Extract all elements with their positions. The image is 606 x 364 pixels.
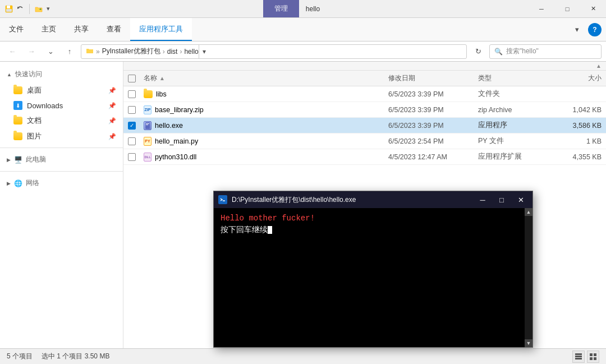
status-bar: 5 个项目 选中 1 个项目 3.50 MB bbox=[0, 348, 606, 364]
svg-rect-7 bbox=[146, 125, 148, 125]
file-row-libs[interactable]: libs 6/5/2023 3:39 PM 文件夹 bbox=[123, 86, 606, 102]
details-view-button[interactable] bbox=[572, 351, 585, 363]
filename-base-library: base_library.zip bbox=[155, 106, 204, 114]
tile-view-button[interactable] bbox=[587, 351, 599, 363]
size-hello-main: 1 KB bbox=[545, 137, 602, 145]
filename-hello-main: hello_main.py bbox=[155, 137, 198, 145]
sidebar-item-pictures[interactable]: 图片 📌 bbox=[0, 128, 123, 144]
path-segment-hello[interactable]: hello bbox=[184, 48, 198, 56]
file-row-hello-exe[interactable]: ✓ hello.exe 6/5/2023 3:39 PM 应用程序 3,586 … bbox=[123, 118, 606, 133]
sidebar-desktop-label: 桌面 bbox=[27, 85, 42, 95]
file-row-base-library[interactable]: ZIP base_library.zip 6/5/2023 3:39 PM zi… bbox=[123, 102, 606, 118]
forward-button[interactable]: → bbox=[24, 44, 39, 59]
minimize-button[interactable]: ─ bbox=[529, 0, 554, 18]
address-dropdown-button[interactable]: ▾ bbox=[199, 44, 210, 59]
tab-app-tools[interactable]: 应用程序工具 bbox=[130, 18, 192, 41]
network-header[interactable]: ▶ 🌐 网络 bbox=[0, 175, 123, 191]
back-button[interactable]: ← bbox=[4, 44, 20, 59]
up-button[interactable]: ↑ bbox=[62, 44, 77, 59]
path-segment-root[interactable]: PyInstaller优雅打包 bbox=[102, 47, 160, 56]
path-arrow-2: › bbox=[180, 48, 182, 56]
column-date[interactable]: 修改日期 bbox=[388, 73, 478, 83]
sidebar-divider-1 bbox=[0, 148, 123, 148]
tab-file[interactable]: 文件 bbox=[0, 18, 33, 41]
console-scrollbar[interactable]: ▲ ▼ bbox=[525, 208, 532, 347]
sidebar-item-desktop[interactable]: 桌面 📌 bbox=[0, 82, 123, 98]
new-folder-icon[interactable]: + bbox=[34, 4, 43, 13]
manage-tab-title: 管理 bbox=[263, 0, 299, 17]
date-hello-main: 6/5/2023 2:54 PM bbox=[388, 137, 478, 145]
customize-qat[interactable]: ▾ bbox=[47, 5, 50, 12]
select-all-checkbox[interactable] bbox=[128, 75, 136, 82]
downloads-folder-icon: ⬇ bbox=[13, 101, 22, 110]
svg-text:+: + bbox=[39, 7, 42, 11]
checkbox-base-library[interactable] bbox=[128, 106, 136, 114]
maximize-button[interactable]: □ bbox=[554, 0, 580, 18]
scrollbar-down-button[interactable]: ▼ bbox=[525, 339, 532, 347]
search-box[interactable]: 🔍 搜索"hello" bbox=[489, 44, 602, 59]
quick-access-header[interactable]: ▲ 快速访问 bbox=[0, 66, 123, 82]
sidebar-divider-2 bbox=[0, 171, 123, 172]
name-sort-icon: ▲ bbox=[159, 75, 165, 81]
console-body: Hello mother fucker! 按下回车继续 ▲ ▼ bbox=[214, 208, 532, 347]
help-button[interactable]: ? bbox=[588, 23, 602, 36]
documents-folder-icon bbox=[13, 117, 22, 125]
scrollbar-up-button[interactable]: ▲ bbox=[525, 208, 532, 216]
console-title-bar: D:\PyInstaller优雅打包\dist\hello\hello.exe … bbox=[214, 191, 532, 208]
zip-icon-base-library: ZIP bbox=[144, 105, 152, 114]
column-name[interactable]: 名称 ▲ bbox=[144, 73, 388, 83]
pin-icon-downloads: 📌 bbox=[108, 102, 116, 109]
date-python310-dll: 4/5/2023 12:47 AM bbox=[388, 153, 478, 161]
network-chevron: ▶ bbox=[7, 181, 11, 186]
quick-access-toolbar: + ▾ bbox=[0, 0, 54, 17]
console-app-icon bbox=[218, 195, 227, 204]
console-window: D:\PyInstaller优雅打包\dist\hello\hello.exe … bbox=[213, 191, 533, 348]
close-button[interactable]: ✕ bbox=[580, 0, 606, 18]
tab-view[interactable]: 查看 bbox=[98, 18, 130, 41]
path-separator-1: » bbox=[96, 48, 100, 56]
ribbon-right: ▾ ? bbox=[570, 18, 606, 41]
type-libs: 文件夹 bbox=[478, 89, 545, 99]
sidebar-item-downloads[interactable]: ⬇ Downloads 📌 bbox=[0, 98, 123, 113]
dll-icon-python310: DLL bbox=[144, 153, 152, 162]
filename-libs: libs bbox=[156, 90, 167, 98]
checkbox-hello-main[interactable] bbox=[128, 137, 136, 145]
folder-icon-libs bbox=[144, 90, 153, 98]
console-title-text: D:\PyInstaller优雅打包\dist\hello\hello.exe bbox=[232, 195, 471, 205]
console-cursor bbox=[268, 226, 272, 234]
pictures-folder-icon bbox=[13, 132, 22, 140]
save-icon[interactable] bbox=[4, 4, 13, 13]
undo-icon[interactable] bbox=[16, 4, 25, 13]
column-type[interactable]: 类型 bbox=[478, 73, 545, 83]
sidebar-item-documents[interactable]: 文档 📌 bbox=[0, 113, 123, 128]
item-count: 5 个项目 bbox=[7, 352, 33, 361]
column-size[interactable]: 大小 bbox=[545, 73, 602, 83]
checkbox-hello-exe[interactable]: ✓ bbox=[128, 122, 136, 130]
refresh-button[interactable]: ↻ bbox=[470, 44, 486, 59]
checkbox-python310-dll[interactable] bbox=[128, 153, 136, 161]
tab-share[interactable]: 共享 bbox=[65, 18, 98, 41]
file-row-python310-dll[interactable]: DLL python310.dll 4/5/2023 12:47 AM 应用程序… bbox=[123, 149, 606, 165]
svg-rect-6 bbox=[146, 123, 149, 124]
quick-access-chevron: ▲ bbox=[7, 72, 12, 77]
console-close-button[interactable]: ✕ bbox=[513, 193, 528, 206]
filename-hello-exe: hello.exe bbox=[155, 122, 183, 130]
address-path[interactable]: » PyInstaller优雅打包 › dist › hello ▾ bbox=[81, 44, 467, 59]
path-segment-dist[interactable]: dist bbox=[167, 48, 178, 56]
tab-home[interactable]: 主页 bbox=[33, 18, 65, 41]
network-icon: 🌐 bbox=[14, 179, 22, 187]
console-maximize-button[interactable]: □ bbox=[494, 193, 509, 206]
this-pc-header[interactable]: ▶ 🖥️ 此电脑 bbox=[0, 151, 123, 168]
ribbon-collapse-button[interactable]: ▾ bbox=[570, 23, 584, 36]
pin-icon-documents: 📌 bbox=[108, 117, 116, 125]
nav-dropdown-button[interactable]: ⌄ bbox=[43, 44, 58, 59]
pin-icon-desktop: 📌 bbox=[108, 87, 116, 94]
console-minimize-button[interactable]: ─ bbox=[475, 193, 490, 206]
py-icon-hello-main: PY bbox=[144, 137, 152, 146]
size-base-library: 1,042 KB bbox=[545, 106, 602, 114]
search-placeholder: 搜索"hello" bbox=[506, 47, 539, 56]
checkbox-libs[interactable] bbox=[128, 90, 136, 98]
sidebar-pictures-label: 图片 bbox=[27, 131, 42, 141]
file-row-hello-main[interactable]: PY hello_main.py 6/5/2023 2:54 PM PY 文件 … bbox=[123, 133, 606, 149]
sidebar: ▲ 快速访问 桌面 📌 ⬇ Downloads 📌 文档 📌 bbox=[0, 62, 123, 348]
